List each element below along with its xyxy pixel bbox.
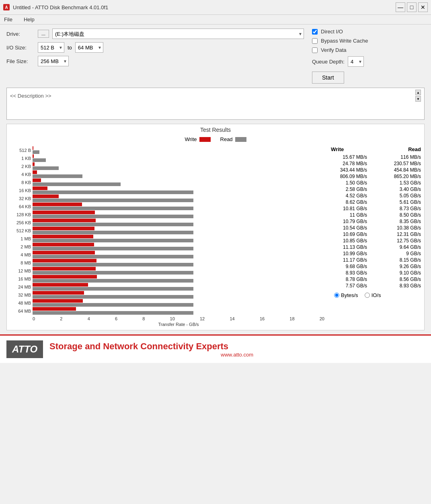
io-size-to-connector: to (68, 45, 72, 51)
read-bar (33, 158, 46, 162)
scroll-down-button[interactable]: ▼ (415, 96, 421, 102)
write-bar (33, 251, 95, 254)
result-write: 343.44 MB/s (331, 167, 367, 173)
bar-container (33, 162, 324, 170)
bottom-banner: ATTO Storage and Network Connectivity Ex… (0, 334, 431, 363)
queue-depth-select[interactable]: 4128 (348, 56, 364, 67)
bypass-write-cache-label: Bypass Write Cache (321, 38, 368, 44)
menu-help[interactable]: Help (21, 16, 37, 23)
result-row: 11.17 GB/s8.15 GB/s (331, 257, 421, 263)
result-write: 8.78 GB/s (331, 277, 367, 282)
bar-container (33, 235, 324, 242)
bar-container (33, 267, 324, 275)
top-controls: Drive: ... (E:)本地磁盘 ▼ I/O Size: 512 B1 K… (0, 25, 431, 88)
write-bar (33, 299, 83, 303)
drive-browse-button[interactable]: ... (38, 30, 49, 38)
read-bar (33, 239, 193, 242)
result-row: 11 GB/s8.50 GB/s (331, 212, 421, 218)
result-row: 10.81 GB/s8.73 GB/s (331, 205, 421, 212)
start-button[interactable]: Start (312, 72, 344, 84)
result-row: 4.52 GB/s5.05 GB/s (331, 193, 421, 199)
direct-io-label: Direct I/O (321, 29, 343, 35)
read-bar (33, 182, 121, 186)
result-row: 2.58 GB/s3.40 GB/s (331, 186, 421, 193)
x-axis-tick: 0 (33, 316, 35, 321)
result-row: 1.50 GB/s1.53 GB/s (331, 180, 421, 186)
io-per-sec-label: IO/s (371, 292, 381, 298)
direct-io-checkbox[interactable] (312, 29, 318, 35)
result-write: 10.69 GB/s (331, 232, 367, 237)
result-row: 8.93 GB/s9.10 GB/s (331, 270, 421, 276)
bar-row: 2 KB (10, 162, 324, 170)
read-bar (33, 255, 193, 258)
bar-container (33, 307, 324, 315)
bar-row: 4 MB (10, 251, 324, 258)
read-bar (33, 311, 193, 315)
bypass-write-cache-checkbox[interactable] (312, 38, 318, 44)
results-rows: 15.67 MB/s116 MB/s24.78 MB/s230.57 MB/s3… (331, 154, 421, 289)
bar-container (33, 211, 324, 218)
bar-row: 16 KB (10, 186, 324, 194)
title-bar: A Untitled - ATTO Disk Benchmark 4.01.0f… (0, 0, 431, 15)
bar-row: 8 KB (10, 178, 324, 186)
scroll-up-button[interactable]: ▲ (415, 90, 421, 95)
bar-container (33, 227, 324, 234)
write-legend-label: Write (185, 136, 197, 142)
bar-row: 16 MB (10, 275, 324, 283)
file-size-select[interactable]: 256 MB512 MB1 GB (38, 56, 69, 66)
read-bar (33, 247, 193, 250)
bar-label: 16 KB (10, 188, 31, 193)
description-scrollbar[interactable]: ▲ ▼ (415, 90, 421, 102)
x-axis-tick: 6 (115, 316, 117, 321)
read-bar (33, 174, 82, 178)
result-read: 12.75 GB/s (385, 238, 421, 244)
result-write: 4.52 GB/s (331, 193, 367, 199)
bar-container (33, 243, 324, 250)
io-size-from-select[interactable]: 512 B1 KB2 KB (38, 42, 64, 53)
io-size-to-select[interactable]: 64 MB32 MB16 MB (75, 42, 103, 53)
read-bar (33, 191, 193, 194)
result-write: 7.57 GB/s (331, 283, 367, 289)
read-bar (33, 207, 193, 210)
drive-select[interactable]: (E:)本地磁盘 (52, 29, 304, 39)
bar-row: 64 MB (10, 307, 324, 315)
queue-depth-wrapper: 4128 ▼ (348, 56, 364, 67)
chart-title: Test Results (7, 124, 424, 135)
bypass-write-cache-row: Bypass Write Cache (312, 38, 425, 44)
bar-label: 16 MB (10, 277, 31, 281)
banner-sub-text: www.atto.com (49, 352, 425, 358)
write-bar (33, 162, 35, 166)
x-axis-tick: 4 (88, 316, 90, 321)
bar-container (33, 146, 324, 154)
close-button[interactable]: ✕ (418, 2, 428, 12)
minimize-button[interactable]: — (396, 2, 405, 12)
result-write: 15.67 MB/s (331, 154, 367, 160)
result-row: 9.68 GB/s9.26 GB/s (331, 263, 421, 270)
bar-label: 4 KB (10, 172, 31, 177)
atto-logo: ATTO (6, 340, 43, 358)
x-axis-tick: 10 (170, 316, 175, 321)
result-row: 8.78 GB/s8.56 GB/s (331, 276, 421, 283)
result-row: 10.99 GB/s9 GB/s (331, 250, 421, 257)
results-header: Write Read (331, 146, 421, 154)
read-legend-swatch (235, 137, 246, 142)
result-write: 1.50 GB/s (331, 180, 367, 186)
menu-bar: File Help (0, 15, 431, 25)
bytes-per-sec-radio[interactable] (334, 293, 339, 298)
description-box: << Description >> ▲ ▼ (6, 88, 425, 120)
bar-label: 64 KB (10, 204, 31, 209)
result-row: 343.44 MB/s454.84 MB/s (331, 167, 421, 173)
file-size-row: File Size: 256 MB512 MB1 GB ▼ (6, 56, 304, 66)
result-write: 10.99 GB/s (331, 251, 367, 256)
io-per-sec-radio[interactable] (365, 293, 370, 298)
write-bar (33, 170, 37, 174)
result-read: 8.73 GB/s (385, 206, 421, 211)
drive-select-wrapper: (E:)本地磁盘 ▼ (52, 29, 304, 39)
result-row: 10.69 GB/s12.31 GB/s (331, 231, 421, 238)
read-bar (33, 231, 193, 234)
verify-data-checkbox[interactable] (312, 47, 318, 53)
menu-file[interactable]: File (2, 16, 15, 23)
maximize-button[interactable]: □ (407, 2, 417, 12)
io-per-sec-radio-item: IO/s (365, 292, 381, 298)
read-bar (33, 223, 193, 226)
